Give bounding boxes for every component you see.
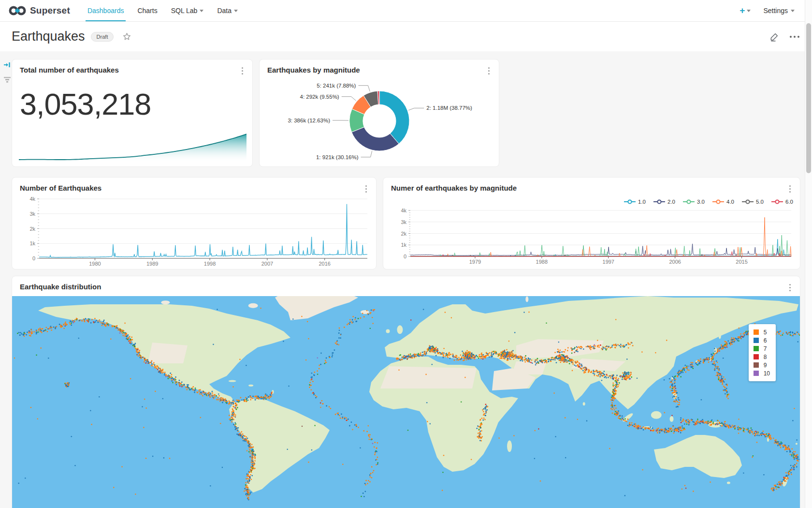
map-legend-item-9: 9 (754, 361, 770, 369)
nav-item-label: Dashboards (87, 7, 124, 15)
nav-item-label: Data (217, 7, 232, 15)
svg-text:3k: 3k (29, 211, 35, 217)
legend-item-3.0[interactable]: 3.0 (683, 198, 705, 206)
legend-swatch (754, 346, 759, 351)
svg-text:3: 386k (12.63%): 3: 386k (12.63%) (288, 118, 330, 123)
chart-menu-icon[interactable] (239, 66, 246, 76)
legend-label: 1.0 (638, 199, 646, 205)
donut-chart: 2: 1.18M (38.77%)1: 921k (30.16%)3: 386k… (260, 76, 499, 165)
map-legend-item-8: 8 (754, 353, 770, 361)
multi-line-chart: 4k3k2k1k019791988199720062015 (388, 208, 795, 267)
page-title: Earthquakes (12, 29, 85, 44)
sparkline-chart (19, 127, 246, 162)
svg-text:1998: 1998 (204, 261, 216, 267)
legend-marker-icon (742, 199, 754, 204)
world-map[interactable]: 5678910 (12, 296, 800, 508)
chart-menu-icon[interactable] (486, 66, 492, 76)
chart-title: Earthquakes by magnitude (267, 66, 360, 74)
chart-title: Total number of earthquakes (20, 66, 119, 74)
legend-marker-icon (624, 199, 636, 204)
line-chart: 4k3k2k1k019801989199820072016 (17, 196, 371, 269)
legend-label: 6.0 (785, 199, 793, 205)
chart-title: Earthquake distribution (20, 283, 101, 291)
filter-icon[interactable] (3, 76, 11, 83)
chart-title: Number of Earthquakes (20, 184, 102, 192)
map-legend-item-5: 5 (754, 328, 770, 336)
panel-earthquakes-by-magnitude-ts: Numer of earthquakes by magnitude 1.0 2.… (383, 177, 800, 269)
chart-title: Numer of earthquakes by magnitude (391, 184, 517, 192)
legend-item-1.0[interactable]: 1.0 (624, 198, 646, 206)
chevron-down-icon (791, 10, 795, 12)
svg-text:1989: 1989 (146, 261, 158, 267)
panel-earthquakes-by-magnitude: Earthquakes by magnitude 2: 1.18M (38.77… (259, 59, 499, 167)
chevron-down-icon (200, 10, 203, 12)
chart-menu-icon[interactable] (787, 283, 793, 293)
legend-label: 9 (764, 362, 767, 369)
svg-text:0: 0 (404, 254, 406, 259)
settings-menu[interactable]: Settings (763, 7, 795, 15)
legend-marker-icon (771, 199, 783, 204)
brand-name: Superset (30, 5, 70, 16)
legend-item-6.0[interactable]: 6.0 (771, 198, 793, 206)
more-actions-icon[interactable] (790, 36, 799, 38)
legend-swatch (754, 329, 759, 335)
big-number-value: 3,053,218 (20, 87, 252, 121)
nav-item-label: Charts (137, 7, 157, 15)
legend-label: 3.0 (697, 199, 705, 205)
chart-legend: 1.0 2.0 3.0 4.0 5.0 6.0 (383, 194, 800, 206)
map-legend-item-10: 10 (754, 369, 770, 377)
infinity-logo-icon (9, 5, 26, 16)
legend-marker-icon (683, 199, 695, 204)
svg-text:2006: 2006 (669, 259, 681, 265)
legend-item-4.0[interactable]: 4.0 (712, 198, 734, 206)
svg-text:1988: 1988 (536, 259, 548, 265)
chevron-down-icon (747, 10, 751, 12)
nav-item-data[interactable]: Data (210, 0, 245, 21)
svg-text:2: 1.18M (38.77%): 2: 1.18M (38.77%) (426, 105, 472, 111)
legend-label: 6 (764, 337, 767, 344)
status-badge: Draft (91, 32, 114, 42)
svg-text:1k: 1k (29, 240, 35, 246)
map-legend-item-7: 7 (754, 344, 770, 353)
svg-text:1k: 1k (401, 242, 406, 248)
legend-item-5.0[interactable]: 5.0 (742, 198, 764, 206)
svg-text:2015: 2015 (736, 259, 747, 265)
nav-item-label: SQL Lab (171, 7, 198, 15)
legend-swatch (754, 338, 759, 343)
panel-number-of-earthquakes: Number of Earthquakes 4k3k2k1k0198019891… (12, 177, 377, 269)
plus-icon: + (740, 5, 745, 16)
nav-item-dashboards[interactable]: Dashboards (81, 0, 131, 21)
chart-menu-icon[interactable] (363, 184, 369, 194)
svg-text:2007: 2007 (261, 261, 273, 267)
scrollbar-thumb[interactable] (806, 23, 811, 173)
new-button[interactable]: + (740, 5, 751, 16)
edit-pencil-icon[interactable] (769, 32, 779, 42)
legend-label: 8 (764, 354, 767, 360)
legend-swatch (754, 362, 759, 368)
filter-rail (2, 61, 13, 83)
legend-label: 5 (764, 329, 767, 336)
map-legend: 5678910 (749, 324, 776, 381)
svg-text:2k: 2k (401, 231, 406, 237)
legend-swatch (754, 354, 759, 359)
top-nav: Superset DashboardsChartsSQL LabData + S… (0, 0, 812, 22)
superset-logo[interactable]: Superset (9, 5, 70, 16)
nav-item-charts[interactable]: Charts (130, 0, 164, 21)
expand-filter-bar-icon[interactable] (3, 61, 11, 69)
svg-text:0: 0 (32, 255, 35, 261)
panel-earthquake-distribution: Earthquake distribution 5678910 (12, 276, 800, 508)
legend-label: 4.0 (726, 199, 734, 205)
svg-text:4k: 4k (401, 208, 406, 213)
legend-swatch (754, 371, 759, 376)
legend-marker-icon (712, 199, 724, 204)
nav-menu: DashboardsChartsSQL LabData (81, 0, 245, 21)
panel-total-earthquakes: Total number of earthquakes 3,053,218 (12, 59, 253, 167)
svg-text:5: 241k (7.88%): 5: 241k (7.88%) (317, 83, 356, 89)
legend-label: 5.0 (756, 199, 764, 205)
nav-item-sql-lab[interactable]: SQL Lab (164, 0, 211, 21)
favorite-star-icon[interactable] (122, 32, 131, 41)
chart-menu-icon[interactable] (787, 184, 793, 194)
page-scrollbar[interactable] (805, 0, 812, 508)
svg-text:1980: 1980 (89, 261, 101, 267)
legend-item-2.0[interactable]: 2.0 (653, 198, 675, 206)
